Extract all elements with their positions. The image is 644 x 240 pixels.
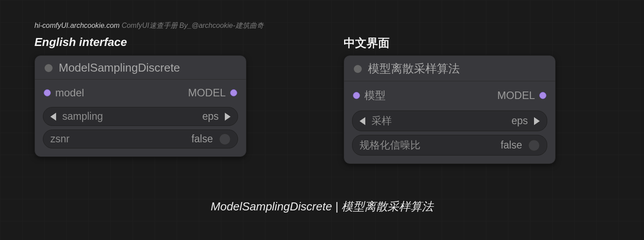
output-port-model[interactable]: MODEL — [188, 87, 237, 99]
widget-zsnr-value: false — [191, 133, 213, 145]
toggle-icon[interactable] — [219, 133, 231, 145]
node-model-sampling-discrete-en[interactable]: ModelSamplingDiscrete model MODEL sampli… — [34, 55, 246, 157]
node-model-sampling-discrete-zh[interactable]: 模型离散采样算法 模型 MODEL 采样 eps 规格化信噪 — [344, 55, 556, 164]
node-body: model MODEL sampling eps zsnr false — [35, 80, 246, 156]
arrow-left-icon[interactable] — [50, 113, 56, 121]
node-header[interactable]: ModelSamplingDiscrete — [35, 56, 246, 80]
watermark-site: hi-comfyUI.archcookie.com — [34, 22, 120, 29]
toggle-icon[interactable] — [528, 140, 540, 151]
widget-sampling-value: eps — [511, 115, 528, 127]
widget-sampling-label: sampling — [62, 110, 103, 122]
port-dot-icon[interactable] — [353, 92, 360, 99]
arrow-left-icon[interactable] — [360, 117, 365, 125]
watermark: hi-comfyUI.archcookie.com ComfyUI速查手册 By… — [34, 21, 264, 30]
heading-chinese-interface: 中文界面 — [344, 35, 390, 51]
node-title: 模型离散采样算法 — [368, 61, 460, 76]
input-port-model[interactable]: model — [44, 87, 84, 99]
widget-zsnr[interactable]: 规格化信噪比 false — [352, 135, 547, 156]
widget-sampling-value: eps — [202, 110, 219, 122]
input-port-label: model — [55, 87, 84, 99]
collapse-dot-icon[interactable] — [354, 65, 362, 73]
port-dot-icon[interactable] — [230, 89, 237, 96]
widget-sampling[interactable]: sampling eps — [43, 107, 238, 126]
node-title: ModelSamplingDiscrete — [59, 61, 180, 75]
widget-sampling-label: 采样 — [371, 114, 392, 128]
port-row: model MODEL — [43, 86, 238, 103]
node-header[interactable]: 模型离散采样算法 — [344, 56, 555, 81]
widget-zsnr-value: false — [500, 139, 522, 151]
output-port-model[interactable]: MODEL — [497, 89, 546, 102]
node-body: 模型 MODEL 采样 eps 规格化信噪比 false — [344, 81, 555, 164]
input-port-model[interactable]: 模型 — [353, 88, 386, 103]
widget-zsnr[interactable]: zsnr false — [43, 130, 238, 149]
input-port-label: 模型 — [364, 88, 386, 103]
port-dot-icon[interactable] — [44, 89, 51, 96]
port-row: 模型 MODEL — [352, 88, 547, 107]
port-dot-icon[interactable] — [539, 92, 546, 99]
arrow-right-icon[interactable] — [534, 117, 540, 125]
widget-zsnr-label: 规格化信噪比 — [360, 138, 420, 152]
widget-sampling[interactable]: 采样 eps — [352, 110, 547, 131]
caption: ModelSamplingDiscrete | 模型离散采样算法 — [0, 199, 644, 214]
watermark-rest: ComfyUI速查手册 By_@archcookie-建筑曲奇 — [120, 22, 264, 29]
arrow-right-icon[interactable] — [225, 113, 231, 121]
heading-english-interface: English interface — [34, 35, 127, 49]
collapse-dot-icon[interactable] — [45, 64, 53, 72]
output-port-label: MODEL — [497, 89, 535, 102]
widget-zsnr-label: zsnr — [50, 133, 69, 145]
output-port-label: MODEL — [188, 87, 226, 99]
